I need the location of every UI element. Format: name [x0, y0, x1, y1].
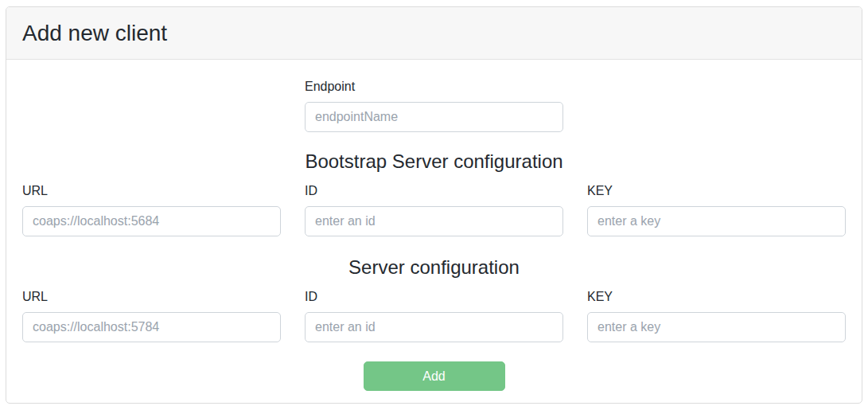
- endpoint-spacer-left: [22, 79, 281, 132]
- server-url-input[interactable]: [22, 312, 281, 342]
- endpoint-label: Endpoint: [305, 79, 563, 94]
- panel-title: Add new client: [22, 20, 846, 47]
- add-button[interactable]: Add: [364, 361, 505, 391]
- endpoint-field-group: Endpoint: [305, 79, 563, 132]
- server-url-field-group: URL: [22, 289, 281, 342]
- panel-body: Endpoint Bootstrap Server configuration …: [6, 60, 862, 404]
- bootstrap-key-input[interactable]: [587, 206, 846, 236]
- server-id-field-group: ID: [305, 289, 563, 342]
- server-key-input[interactable]: [587, 312, 846, 342]
- server-fields-row: URL ID KEY: [22, 289, 846, 342]
- server-id-label: ID: [305, 289, 563, 304]
- server-key-label: KEY: [587, 289, 846, 304]
- server-url-label: URL: [22, 289, 281, 304]
- bootstrap-id-input[interactable]: [305, 206, 563, 236]
- bootstrap-id-label: ID: [305, 183, 563, 198]
- endpoint-row: Endpoint: [22, 79, 846, 132]
- server-section-title: Server configuration: [22, 256, 846, 279]
- server-key-field-group: KEY: [587, 289, 846, 342]
- endpoint-spacer-right: [587, 79, 846, 132]
- bootstrap-key-field-group: KEY: [587, 183, 846, 236]
- bootstrap-key-label: KEY: [587, 183, 846, 198]
- server-id-input[interactable]: [305, 312, 563, 342]
- bootstrap-url-field-group: URL: [22, 183, 281, 236]
- bootstrap-server-fields-row: URL ID KEY: [22, 183, 846, 236]
- endpoint-input[interactable]: [305, 102, 563, 132]
- panel-header: Add new client: [6, 7, 862, 60]
- bootstrap-url-label: URL: [22, 183, 281, 198]
- bootstrap-id-field-group: ID: [305, 183, 563, 236]
- add-new-client-panel: Add new client Endpoint Bootstrap Server…: [6, 6, 862, 404]
- bootstrap-url-input[interactable]: [22, 206, 281, 236]
- submit-row: Add: [22, 361, 846, 391]
- bootstrap-server-section-title: Bootstrap Server configuration: [22, 150, 846, 173]
